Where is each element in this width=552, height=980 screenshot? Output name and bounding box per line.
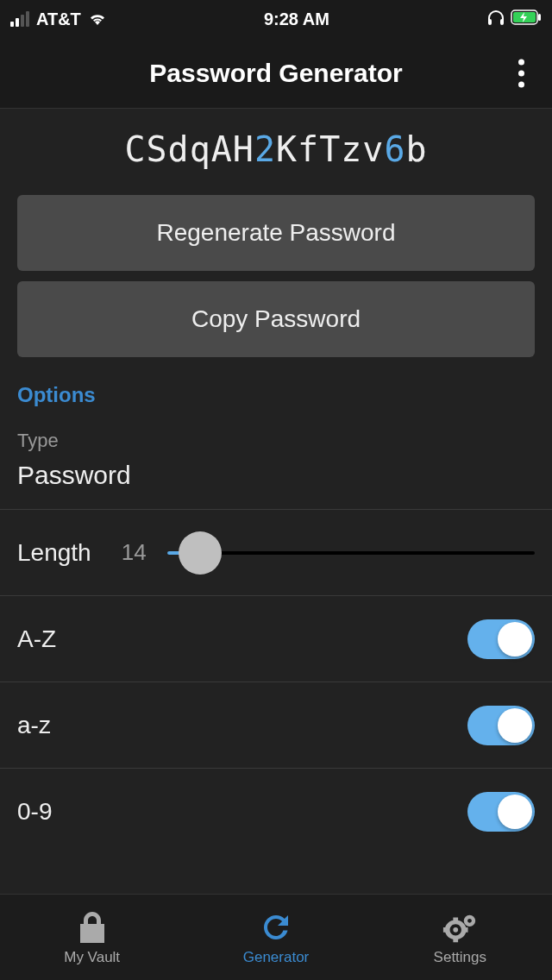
refresh-icon [258,909,294,945]
toggle-digits[interactable] [467,792,535,832]
svg-point-5 [454,927,459,933]
type-label: Type [17,430,535,452]
toggle-label-lowercase: a-z [17,712,51,739]
nav-settings[interactable]: Settings [368,895,552,980]
main-content: CSdqAH2KfTzv6b Regenerate Password Copy … [0,109,552,894]
toggle-label-digits: 0-9 [17,798,52,826]
toggle-knob [498,795,532,829]
generated-password: CSdqAH2KfTzv6b [0,109,552,195]
slider-thumb[interactable] [179,531,222,575]
toggle-row-digits: 0-9 [0,769,552,855]
svg-rect-4 [538,14,541,21]
toggle-uppercase[interactable] [467,619,535,659]
status-left: AT&T [10,9,107,29]
nav-label-settings: Settings [434,949,486,966]
nav-label-vault: My Vault [64,949,120,966]
length-label: Length [17,539,91,567]
copy-button[interactable]: Copy Password [17,281,535,357]
length-value: 14 [112,539,147,566]
bottom-nav: My Vault Generator Settings [0,894,552,980]
nav-generator[interactable]: Generator [184,895,367,980]
page-title: Password Generator [149,59,402,88]
toggle-knob [498,708,532,743]
more-dots-icon [518,59,524,65]
options-section-label: Options [0,368,552,424]
length-slider[interactable] [167,531,535,575]
status-right [486,9,542,30]
regenerate-button[interactable]: Regenerate Password [17,195,535,271]
svg-rect-1 [500,19,504,25]
svg-rect-0 [488,19,492,25]
type-row[interactable]: Type Password [0,424,552,510]
toggle-row-lowercase: a-z [0,682,552,769]
app-header: Password Generator [0,38,552,109]
carrier-label: AT&T [36,9,81,29]
toggle-label-uppercase: A-Z [17,625,56,653]
nav-my-vault[interactable]: My Vault [0,895,184,980]
status-bar: AT&T 9:28 AM [0,0,552,38]
svg-point-7 [467,918,472,922]
more-options-button[interactable] [510,50,533,96]
status-time: 9:28 AM [264,9,329,29]
headphones-icon [486,9,505,30]
signal-icon [10,11,29,27]
type-value: Password [17,461,535,490]
toggle-row-uppercase: A-Z [0,596,552,682]
action-buttons: Regenerate Password Copy Password [0,195,552,368]
slider-track [167,551,535,555]
toggle-knob [498,622,532,656]
battery-icon [511,9,542,29]
gears-icon [442,909,478,945]
nav-label-generator: Generator [243,949,310,966]
toggle-lowercase[interactable] [467,706,535,745]
lock-icon [74,909,110,945]
wifi-icon [88,9,107,29]
length-row: Length 14 [0,510,552,596]
